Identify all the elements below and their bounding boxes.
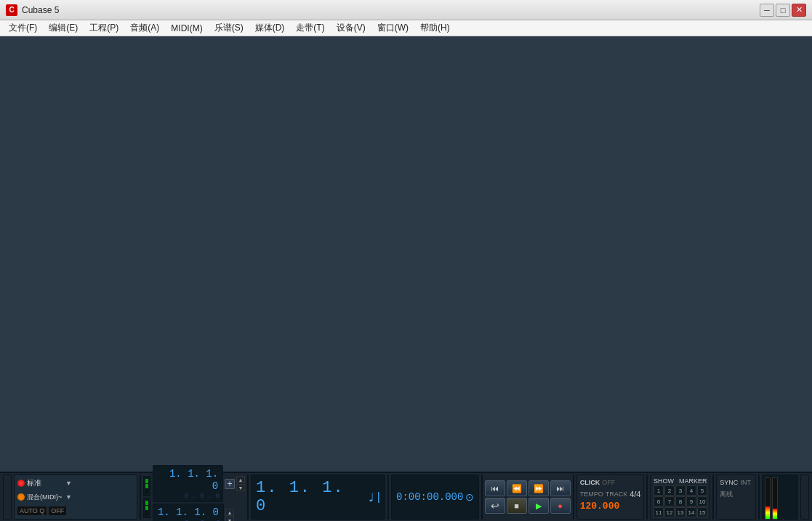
pos1-plus[interactable]: +: [225, 479, 235, 489]
sync-row: SYNC INT: [720, 477, 752, 488]
mixdown-label: 离线: [720, 490, 733, 499]
menu-item-audio[interactable]: 音频(A): [124, 20, 165, 36]
show-row: SHOW MARKER: [654, 477, 707, 485]
note-icon: ♩: [369, 490, 374, 504]
click-tempo-section: CLICK OFF TEMPO TRACK 4/4 120.000: [576, 474, 644, 520]
app-icon: C: [6, 4, 17, 16]
auto-q-label: AUTO Q: [17, 506, 47, 515]
marker-14[interactable]: 14: [686, 507, 696, 517]
big-counter-section: 1. 1. 1. 0 ♩ |: [251, 474, 385, 520]
transport-right-handle[interactable]: [800, 474, 809, 520]
click-label: CLICK: [580, 479, 600, 486]
menu-item-devices[interactable]: 设备(V): [331, 20, 371, 36]
menu-item-media[interactable]: 媒体(D): [249, 20, 291, 36]
record-button[interactable]: ●: [550, 498, 571, 514]
time-sig-display: 4/4: [630, 490, 640, 498]
marker-5[interactable]: 5: [697, 485, 707, 496]
marker-11[interactable]: 11: [654, 507, 664, 517]
tempo-label: TEMPO: [580, 490, 603, 498]
click-row: CLICK OFF: [580, 477, 640, 488]
time-section: 0:00:00.000 ⊙: [391, 474, 479, 520]
marker-10[interactable]: 10: [697, 496, 707, 506]
marker-6[interactable]: 6: [654, 496, 664, 506]
pos1-arrows: ▲ ▼: [236, 476, 245, 491]
separator1: [140, 474, 141, 520]
separator3: [387, 474, 389, 520]
marker-13[interactable]: 13: [675, 507, 686, 517]
meter-bar-2: [145, 484, 148, 488]
rewind-button[interactable]: ⏪: [507, 480, 527, 496]
marker-label: MARKER: [679, 477, 707, 485]
marker-9[interactable]: 9: [686, 496, 696, 506]
play-button[interactable]: ▶: [528, 498, 549, 514]
counter2: 1. 1. 1. 0 0 . 0 . 0: [153, 504, 224, 521]
level-meter-small2: [143, 498, 150, 518]
title-text: Cubase 5: [22, 5, 758, 15]
menu-bar: 文件(F)编辑(E)工程(P)音频(A)MIDI(M)乐谱(S)媒体(D)走带(…: [0, 20, 812, 36]
marker-8[interactable]: 8: [675, 496, 686, 506]
marker-15[interactable]: 15: [697, 507, 707, 517]
pos2-row: 1. 1. 1. 0 0 . 0 . 0 ▲ ▼: [153, 504, 245, 521]
meter-left: [765, 477, 771, 520]
pos-display-section: 1. 1. 1. 0 0 . 0 . 0 + ▲ ▼ 1. 1. 1. 0 0 …: [153, 474, 245, 520]
meter-bar-6: [145, 511, 148, 515]
menu-item-edit[interactable]: 编辑(E): [43, 20, 84, 36]
pos1-down[interactable]: ▼: [236, 484, 245, 491]
pos2-up[interactable]: ▲: [225, 509, 234, 516]
menu-item-help[interactable]: 帮助(H): [414, 20, 456, 36]
menu-item-project[interactable]: 工程(P): [84, 20, 124, 36]
marker-3[interactable]: 3: [675, 485, 686, 496]
counter2-value: 1. 1. 1. 0: [156, 506, 220, 520]
pos2-down[interactable]: ▼: [225, 517, 234, 521]
counter1: 1. 1. 1. 0 0 . 0 . 0: [153, 465, 223, 503]
track1-mute-dot[interactable]: [17, 480, 25, 487]
forward-end-button[interactable]: ⏭: [550, 480, 571, 496]
marker-2[interactable]: 2: [664, 485, 675, 496]
tempo-value-display: 120.000: [580, 501, 620, 512]
transport-btn-row2: ↩ ■ ▶ ●: [485, 498, 571, 514]
loop-button[interactable]: ↩: [485, 498, 505, 514]
menu-item-file[interactable]: 文件(F): [3, 20, 43, 36]
meter-bar-4: [145, 501, 148, 505]
menu-item-window[interactable]: 窗口(W): [371, 20, 414, 36]
marker-4[interactable]: 4: [686, 485, 696, 496]
meter-bar-5: [145, 506, 148, 510]
track1-dropdown-arrow[interactable]: ▼: [65, 480, 72, 487]
cursor-icon: |: [377, 490, 380, 504]
minimize-button[interactable]: ─: [760, 4, 774, 17]
stop-button[interactable]: ■: [507, 498, 527, 514]
track2-row: 混合(MIDI)~ ▼: [17, 490, 134, 504]
meter-left-fill: [765, 506, 770, 519]
forward-button[interactable]: ⏩: [528, 480, 549, 496]
level-meters: [762, 474, 798, 520]
marker-1[interactable]: 1: [654, 485, 664, 496]
transport-left-handle[interactable]: [3, 474, 12, 520]
menu-item-score[interactable]: 乐谱(S): [209, 20, 249, 36]
maximize-button[interactable]: □: [776, 4, 790, 17]
track2-dot[interactable]: [17, 493, 25, 501]
meter-l-section: [145, 479, 148, 493]
separator6: [646, 474, 648, 520]
int-label: INT: [740, 479, 751, 486]
pos1-up[interactable]: ▲: [236, 476, 245, 483]
menu-item-transport[interactable]: 走带(T): [290, 20, 330, 36]
track-controls-section: 标准 ▼ 混合(MIDI)~ ▼ AUTO Q OFF: [14, 474, 137, 520]
transport-bar: 标准 ▼ 混合(MIDI)~ ▼ AUTO Q OFF: [0, 472, 812, 521]
transport-btn-row1: ⏮ ⏪ ⏩ ⏭: [485, 480, 571, 496]
auto-row: AUTO Q OFF: [17, 504, 134, 517]
counter1-value: 1. 1. 1. 0: [156, 467, 220, 493]
pos1-row: 1. 1. 1. 0 0 . 0 . 0 + ▲ ▼: [153, 465, 245, 503]
marker-grid: 123456789101112131415: [654, 485, 707, 517]
time-display: 0:00:00.000: [396, 491, 463, 503]
time-clock-icon: ⊙: [465, 491, 474, 503]
sync-section: SYNC INT 离线: [716, 474, 756, 520]
big-counter-row: 1. 1. 1. 0 ♩ |: [256, 479, 380, 515]
marker-7[interactable]: 7: [664, 496, 675, 506]
track2-dropdown-arrow[interactable]: ▼: [65, 493, 72, 501]
close-button[interactable]: ✕: [792, 4, 806, 17]
separator8: [758, 474, 760, 520]
menu-item-midi[interactable]: MIDI(M): [165, 22, 208, 35]
marker-12[interactable]: 12: [664, 507, 675, 517]
rewind-start-button[interactable]: ⏮: [485, 480, 505, 496]
meter-bar-1: [145, 479, 148, 483]
